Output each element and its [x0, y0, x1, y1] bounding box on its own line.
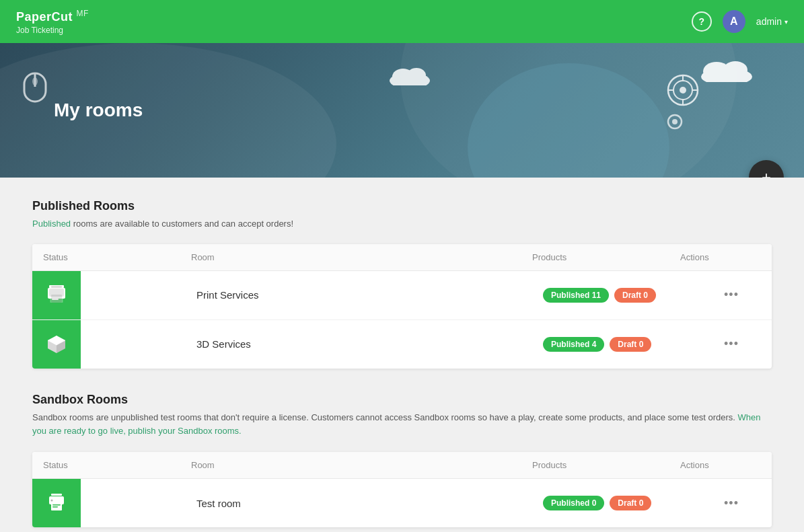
published-rooms-title: Published Rooms [32, 199, 772, 213]
table-row: Test room Published 0 Draft 0 ••• [32, 479, 772, 527]
published-rooms-desc: Published rooms are available to custome… [32, 217, 772, 231]
svg-point-33 [51, 500, 53, 502]
mouse-icon [19, 67, 51, 107]
test-products-cell: Published 0 Draft 0 [543, 496, 691, 510]
svg-rect-26 [51, 295, 62, 303]
avatar[interactable]: A [723, 10, 745, 33]
test-more-button[interactable]: ••• [719, 494, 744, 513]
banner: My rooms + [0, 43, 804, 178]
status-cell-print [32, 271, 180, 319]
table-row: 3D Services Published 4 Draft 0 ••• [32, 320, 772, 369]
svg-point-2 [407, 68, 426, 83]
col-room-2: Room [191, 460, 532, 470]
test-draft-badge: Draft 0 [610, 496, 651, 510]
sandbox-rooms-table: Status Room Products Actions [32, 452, 772, 527]
test-actions-cell: ••• [691, 494, 772, 513]
3d-products-cell: Published 4 Draft 0 [543, 337, 691, 352]
col-status-1: Status [43, 252, 191, 262]
help-button[interactable]: ? [692, 11, 712, 32]
svg-rect-36 [52, 506, 58, 508]
print-services-name: Print Services [180, 289, 543, 301]
print-actions-cell: ••• [691, 285, 772, 305]
col-products-2: Products [532, 460, 680, 470]
sandbox-table-header: Status Room Products Actions [32, 452, 772, 479]
print-more-button[interactable]: ••• [719, 285, 744, 305]
3d-draft-badge: Draft 0 [610, 337, 651, 352]
logo: PaperCut MF Job Ticketing [16, 9, 89, 35]
brand-suffix: MF [77, 9, 89, 18]
test-room-icon [32, 479, 81, 527]
target-icon [666, 73, 700, 107]
print-published-badge: Published 11 [543, 288, 609, 303]
sandbox-rooms-section: Sandbox Rooms Sandbox rooms are unpublis… [32, 393, 772, 528]
table-row: Print Services Published 11 Draft 0 ••• [32, 271, 772, 320]
page-title: My rooms [54, 100, 143, 121]
cloud-icon-1 [386, 62, 433, 85]
sandbox-desc-text: Sandbox rooms are unpublished test rooms… [32, 412, 738, 422]
col-actions-1: Actions [680, 252, 761, 262]
print-icon [45, 284, 68, 307]
print-products-cell: Published 11 Draft 0 [543, 288, 691, 303]
admin-menu[interactable]: admin [756, 16, 788, 27]
3d-actions-cell: ••• [691, 334, 772, 354]
print-draft-badge: Draft 0 [614, 288, 656, 303]
test-published-badge: Published 0 [543, 496, 604, 510]
cube-icon [45, 333, 68, 356]
published-desc-rest: rooms are available to customers and can… [73, 219, 293, 229]
add-room-button[interactable]: + [749, 160, 784, 178]
published-table-header: Status Room Products Actions [32, 244, 772, 271]
svg-point-8 [32, 77, 38, 85]
header: PaperCut MF Job Ticketing ? A admin [0, 0, 804, 43]
test-room-name: Test room [180, 498, 543, 509]
main-content: Published Rooms Published rooms are avai… [0, 178, 804, 532]
col-room-1: Room [191, 252, 532, 262]
svg-rect-35 [52, 504, 61, 506]
published-link-text: Published [32, 219, 71, 229]
brand-name: PaperCut MF [16, 9, 89, 24]
col-products-1: Products [532, 252, 680, 262]
test-room-print-icon [45, 492, 68, 515]
small-circle-icon [667, 114, 683, 130]
status-cell-3d [32, 320, 180, 369]
svg-rect-31 [51, 494, 62, 496]
svg-point-11 [680, 87, 686, 93]
app-subtitle: Job Ticketing [16, 26, 89, 35]
wave-shape-1 [0, 43, 336, 178]
sandbox-rooms-title: Sandbox Rooms [32, 393, 772, 407]
col-status-2: Status [43, 460, 191, 470]
svg-point-5 [723, 61, 747, 79]
svg-point-17 [672, 119, 678, 124]
svg-rect-24 [51, 286, 62, 288]
published-rooms-section: Published Rooms Published rooms are avai… [32, 199, 772, 369]
3d-published-badge: Published 4 [543, 337, 604, 352]
header-right: ? A admin [692, 10, 788, 33]
3d-services-icon [32, 320, 81, 369]
cloud-icon-2 [696, 55, 757, 82]
published-rooms-table: Status Room Products Actions [32, 244, 772, 369]
status-cell-test [32, 479, 180, 527]
3d-services-name: 3D Services [180, 338, 543, 350]
sandbox-rooms-desc: Sandbox rooms are unpublished test rooms… [32, 411, 772, 439]
print-services-icon [32, 271, 81, 319]
3d-more-button[interactable]: ••• [719, 334, 744, 354]
col-actions-2: Actions [680, 460, 761, 470]
